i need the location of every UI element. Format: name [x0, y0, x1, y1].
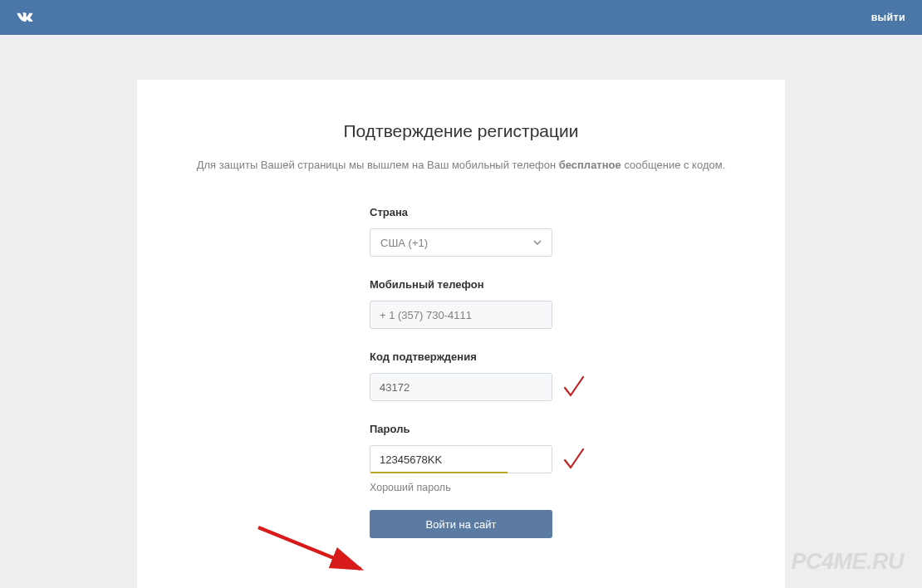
logout-button[interactable]: выйти	[871, 12, 905, 23]
phone-input[interactable]	[370, 301, 552, 329]
chevron-down-icon	[533, 240, 542, 245]
checkmark-icon	[562, 447, 586, 472]
phone-field: Мобильный телефон	[370, 278, 552, 329]
vk-logo-icon	[13, 6, 37, 29]
page-subtitle: Для защиты Вашей страницы мы вышлем на В…	[170, 156, 752, 174]
country-select[interactable]: США (+1)	[370, 228, 552, 257]
password-hint: Хороший пароль	[370, 482, 552, 493]
registration-card: Подтверждение регистрации Для защиты Ваш…	[137, 80, 785, 588]
country-label: Страна	[370, 206, 552, 218]
submit-button[interactable]: Войти на сайт	[370, 510, 552, 538]
app-header: выйти	[0, 0, 922, 35]
password-input[interactable]	[370, 445, 552, 473]
country-field: Страна США (+1)	[370, 206, 552, 257]
code-input[interactable]	[370, 373, 552, 401]
country-value: США (+1)	[380, 237, 428, 249]
phone-label: Мобильный телефон	[370, 278, 552, 291]
password-strength-bar	[370, 472, 508, 473]
confirmation-form: Страна США (+1) Мобильный телефон Код по…	[370, 206, 552, 538]
password-label: Пароль	[370, 423, 552, 435]
page-title: Подтверждение регистрации	[170, 121, 752, 141]
password-field: Пароль Хороший пароль	[370, 423, 552, 493]
checkmark-icon	[562, 375, 586, 399]
code-field: Код подтверждения	[370, 350, 552, 401]
code-label: Код подтверждения	[370, 350, 552, 363]
watermark: PC4ME.RU	[791, 549, 904, 575]
